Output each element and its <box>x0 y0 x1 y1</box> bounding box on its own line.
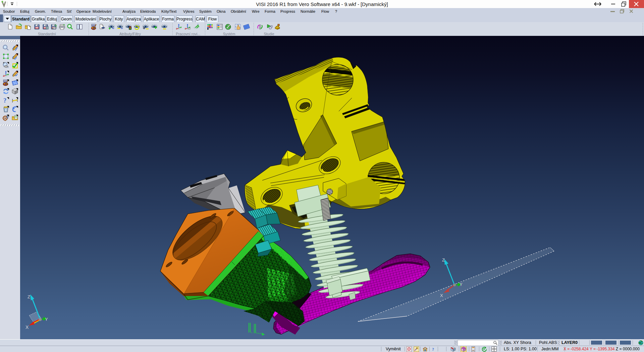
svg-text:Z: Z <box>28 294 30 299</box>
svg-text:X: X <box>440 293 443 298</box>
svg-text:X: X <box>25 325 29 330</box>
svg-text:Y: Y <box>460 282 463 287</box>
svg-text:?: ? <box>3 97 6 104</box>
svg-text:Z: Z <box>442 257 445 262</box>
svg-text:?: ? <box>432 347 434 351</box>
svg-text:Y: Y <box>45 317 48 322</box>
